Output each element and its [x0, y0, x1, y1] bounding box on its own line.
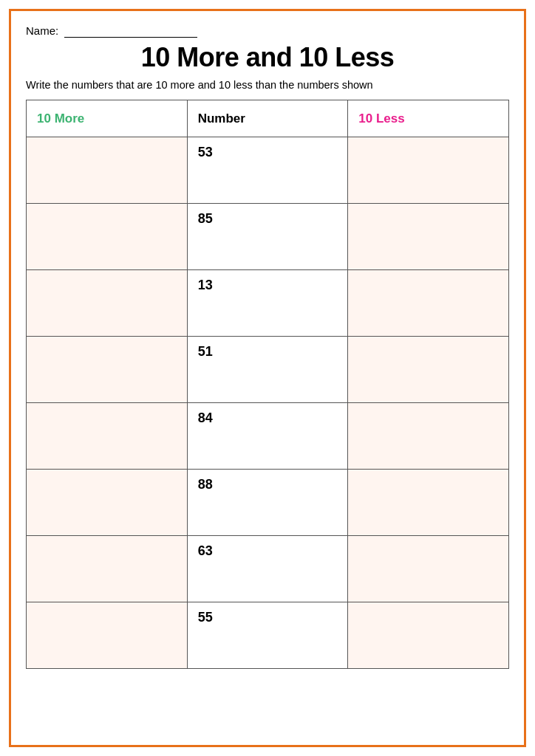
cell-number-6: 63: [187, 536, 348, 602]
cell-10less-3[interactable]: [348, 337, 509, 403]
cell-number-5: 88: [187, 470, 348, 536]
header-10less: 10 Less: [348, 100, 509, 137]
page-title: 10 More and 10 Less: [26, 42, 509, 73]
cell-10more-6[interactable]: [27, 536, 188, 602]
name-field-label: Name:: [26, 24, 509, 38]
cell-10less-1[interactable]: [348, 204, 509, 270]
cell-10more-1[interactable]: [27, 204, 188, 270]
table-row: 53: [27, 137, 509, 204]
cell-10more-3[interactable]: [27, 337, 188, 403]
cell-10more-2[interactable]: [27, 270, 188, 337]
table-row: 88: [27, 470, 509, 536]
page-subtitle: Write the numbers that are 10 more and 1…: [26, 79, 509, 91]
table-row: 13: [27, 270, 509, 337]
table-header-row: 10 More Number 10 Less: [27, 100, 509, 137]
worksheet-table: 10 More Number 10 Less 5385135184886355: [26, 100, 509, 669]
table-row: 84: [27, 403, 509, 470]
worksheet-page: Name: 10 More and 10 Less Write the numb…: [9, 9, 526, 747]
cell-10more-5[interactable]: [27, 470, 188, 536]
header-10more: 10 More: [27, 100, 188, 137]
cell-10more-0[interactable]: [27, 137, 188, 204]
table-row: 63: [27, 536, 509, 602]
cell-number-0: 53: [187, 137, 348, 204]
cell-number-4: 84: [187, 403, 348, 470]
cell-10more-7[interactable]: [27, 602, 188, 669]
cell-10less-4[interactable]: [348, 403, 509, 470]
cell-10less-0[interactable]: [348, 137, 509, 204]
cell-number-1: 85: [187, 204, 348, 270]
cell-number-7: 55: [187, 602, 348, 669]
table-row: 85: [27, 204, 509, 270]
header-number: Number: [187, 100, 348, 137]
cell-10more-4[interactable]: [27, 403, 188, 470]
cell-number-2: 13: [187, 270, 348, 337]
table-row: 51: [27, 337, 509, 403]
cell-10less-6[interactable]: [348, 536, 509, 602]
table-row: 55: [27, 602, 509, 669]
name-underline: [64, 24, 197, 38]
cell-10less-5[interactable]: [348, 470, 509, 536]
cell-10less-2[interactable]: [348, 270, 509, 337]
cell-number-3: 51: [187, 337, 348, 403]
cell-10less-7[interactable]: [348, 602, 509, 669]
